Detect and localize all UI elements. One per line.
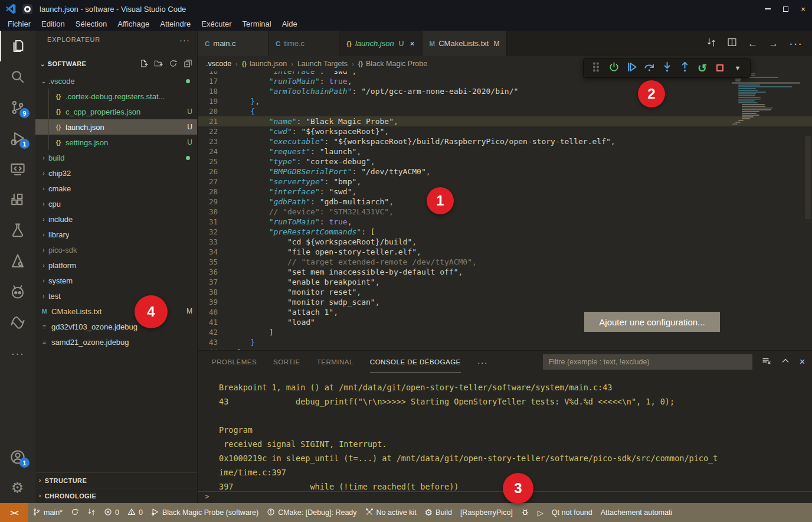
compare-icon[interactable] <box>706 37 716 50</box>
tree-item-pico-sdk[interactable]: ›pico-sdk <box>35 242 197 257</box>
tree-item-chip32[interactable]: ›chip32 <box>35 165 197 181</box>
power-button[interactable] <box>605 59 623 77</box>
activity-cmake[interactable] <box>0 246 35 276</box>
menu-item-edition[interactable]: Edition <box>36 18 70 31</box>
activity-visual-studio[interactable] <box>0 307 35 338</box>
step-over-button[interactable] <box>640 59 658 77</box>
activity-accounts[interactable]: 1 <box>0 442 35 472</box>
breadcrumb-item[interactable]: launch.json <box>250 60 287 68</box>
collapse-all-icon[interactable] <box>184 59 192 69</box>
status-build[interactable]: ⚙Build <box>421 503 456 522</box>
breadcrumb-item[interactable]: .vscode <box>206 60 231 68</box>
activity-testing[interactable] <box>0 215 35 246</box>
tab-cmakelists-txt[interactable]: MCMakeLists.txtM <box>423 31 508 56</box>
section-structure[interactable]: ›STRUCTURE <box>35 472 197 488</box>
debug-filter-input[interactable] <box>543 354 752 370</box>
activity-remote-explorer[interactable] <box>0 154 35 184</box>
tree-item-c-cpp-properties-json[interactable]: {}c_cpp_properties.jsonU <box>35 104 197 119</box>
tree-item-launch-json[interactable]: {}launch.jsonU <box>35 119 197 135</box>
activity-settings[interactable]: ⚙ <box>0 472 35 503</box>
activity-explorer[interactable] <box>0 31 35 61</box>
split-editor-icon[interactable] <box>727 37 737 50</box>
refresh-icon[interactable] <box>169 59 178 69</box>
status-item[interactable]: >< <box>0 503 28 522</box>
tab-main-c[interactable]: Cmain.c <box>198 31 269 56</box>
add-configuration-button[interactable]: Ajouter une configuration... <box>584 312 720 332</box>
status-raspberrypico[interactable]: [RaspberryPico] <box>456 503 517 522</box>
more-icon[interactable]: ··· <box>789 37 803 50</box>
activity-extensions[interactable] <box>0 184 35 215</box>
activity-more[interactable]: ··· <box>0 338 35 368</box>
status-0[interactable]: 0 <box>123 503 147 522</box>
menu-item-exécuter[interactable]: Exécuter <box>196 18 237 31</box>
code-editor[interactable]: 16 "interface": "swd",17 "runToMain": tr… <box>198 71 812 350</box>
collapse-panel-icon[interactable] <box>781 356 790 368</box>
tab-launch-json[interactable]: {}launch.jsonU× <box>339 31 423 56</box>
activity-search[interactable] <box>0 61 35 92</box>
panel-tab-terminal[interactable]: TERMINAL <box>317 351 353 373</box>
chevron-down-button[interactable]: ▼ <box>729 59 746 77</box>
menu-item-aide[interactable]: Aide <box>277 18 303 31</box>
panel-more-icon[interactable]: ··· <box>477 357 488 367</box>
menu-item-fichier[interactable]: Fichier <box>2 18 36 31</box>
menu-item-atteindre[interactable]: Atteindre <box>155 18 196 31</box>
step-out-button[interactable] <box>676 59 693 77</box>
tree-item-samd21-ozone-jdebug[interactable]: ≡samd21_ozone.jdebug <box>35 334 197 350</box>
menu-item-affichage[interactable]: Affichage <box>112 18 155 31</box>
new-file-icon[interactable] <box>139 59 148 69</box>
status-cmake-debug-ready[interactable]: CMake: [Debug]: Ready <box>263 503 361 522</box>
status-bug[interactable] <box>517 503 533 522</box>
menu-item-terminal[interactable]: Terminal <box>237 18 277 31</box>
clear-console-icon[interactable] <box>762 356 771 368</box>
tab-time-c[interactable]: Ctime.c <box>269 31 339 56</box>
tree-item-include[interactable]: ›include <box>35 211 197 227</box>
minimap[interactable] <box>732 73 800 250</box>
tree-item--cortex-debug-registers-stat-[interactable]: {}.cortex-debug.registers.stat... <box>35 89 197 104</box>
activity-run-debug[interactable]: 1 <box>0 123 35 154</box>
close-panel-icon[interactable]: × <box>800 357 805 367</box>
workspace-section-header[interactable]: ⌄ SOFTWARE <box>35 57 197 71</box>
status-main[interactable]: main* <box>28 503 67 522</box>
navigate-back-icon[interactable]: ← <box>748 38 758 50</box>
new-folder-icon[interactable] <box>154 59 163 69</box>
status-black-magic-probe-software[interactable]: Black Magic Probe (software) <box>147 503 263 522</box>
tree-item-cpu[interactable]: ›cpu <box>35 196 197 211</box>
status-play[interactable]: ▷ <box>533 503 548 522</box>
close-tab-icon[interactable]: × <box>410 39 414 48</box>
breadcrumb-item[interactable]: Black Magic Probe <box>366 60 427 68</box>
menu-item-sélection[interactable]: Sélection <box>70 18 112 31</box>
step-into-button[interactable] <box>658 59 676 77</box>
stop-button[interactable] <box>711 59 729 77</box>
tree-item-build[interactable]: ›build <box>35 150 197 165</box>
activity-source-control[interactable]: 9 <box>0 92 35 123</box>
status-no-active-kit[interactable]: No active kit <box>361 503 421 522</box>
close-button[interactable]: × <box>794 0 812 18</box>
editor-scrollbar[interactable] <box>805 71 811 350</box>
tree-item-library[interactable]: ›library <box>35 227 197 242</box>
panel-tab-console-de-d-bogage[interactable]: CONSOLE DE DÉBOGAGE <box>370 351 461 373</box>
navigate-forward-icon[interactable]: → <box>768 38 778 50</box>
tree-item--vscode[interactable]: ⌄.vscode <box>35 73 197 89</box>
restart-button[interactable]: ↺ <box>693 59 711 77</box>
panel-tab-probl-mes[interactable]: PROBLÈMES <box>212 351 257 373</box>
section-chronologie[interactable]: ›CHRONOLOGIE <box>35 488 197 503</box>
status-compare[interactable] <box>83 503 100 522</box>
status-attachement-automati[interactable]: Attachement automati <box>597 503 677 522</box>
tree-item-test[interactable]: ›test <box>35 288 197 304</box>
tree-item-cmakelists-txt[interactable]: MCMakeLists.txtM <box>35 304 197 319</box>
tree-item-settings-json[interactable]: {}settings.jsonU <box>35 135 197 150</box>
status-0[interactable]: 0 <box>100 503 123 522</box>
minimize-button[interactable] <box>759 0 777 18</box>
continue-button[interactable] <box>623 59 640 77</box>
tree-item-system[interactable]: ›system <box>35 273 197 288</box>
activity-platformio[interactable] <box>0 276 35 307</box>
explorer-more-icon[interactable]: ··· <box>179 35 190 45</box>
panel-tab-sortie[interactable]: SORTIE <box>273 351 300 373</box>
breadcrumb-item[interactable]: Launch Targets <box>297 60 348 68</box>
status-qt-not-found[interactable]: Qt not found <box>548 503 597 522</box>
status-sync[interactable] <box>67 503 83 522</box>
tree-item-platform[interactable]: ›platform <box>35 257 197 273</box>
tree-item-gd32vf103-ozone-jdebug[interactable]: ≡gd32vf103_ozone.jdebug <box>35 319 197 334</box>
maximize-button[interactable] <box>777 0 794 18</box>
tree-item-cmake[interactable]: ›cmake <box>35 181 197 196</box>
